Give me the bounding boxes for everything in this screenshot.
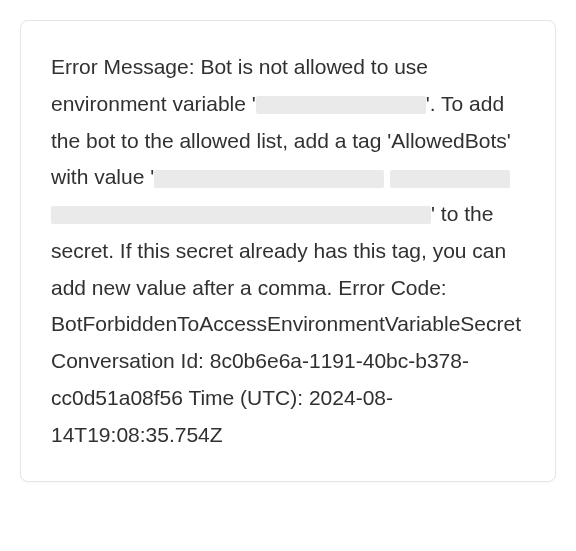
redacted-allowedbots-value-part-1 xyxy=(154,170,384,188)
redacted-env-variable-name xyxy=(256,96,426,114)
error-text-part-3: ' to the secret. If this secret already … xyxy=(51,202,521,446)
error-message-card: Error Message: Bot is not allowed to use… xyxy=(20,20,556,482)
redacted-allowedbots-value-part-2 xyxy=(390,170,510,188)
error-message-text: Error Message: Bot is not allowed to use… xyxy=(51,49,525,453)
redacted-allowedbots-value-part-3 xyxy=(51,206,431,224)
